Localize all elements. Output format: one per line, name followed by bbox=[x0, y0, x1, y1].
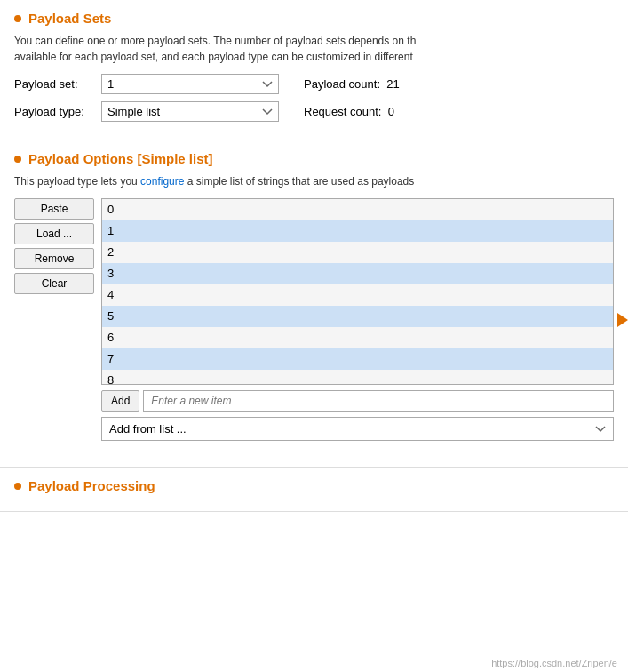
request-count-label: Request count: bbox=[304, 105, 381, 118]
payload-options-title: Payload Options [Simple list] bbox=[14, 151, 614, 166]
payload-processing-title: Payload Processing bbox=[14, 478, 614, 493]
payload-action-buttons: Paste Load ... Remove Clear bbox=[14, 198, 94, 441]
payload-options-area: Paste Load ... Remove Clear 0 1 2 3 4 5 … bbox=[14, 198, 614, 441]
list-item[interactable]: 8 bbox=[102, 370, 613, 385]
list-item[interactable]: 0 bbox=[102, 199, 613, 220]
add-from-list-container: Add from list ... bbox=[101, 417, 614, 441]
payload-options-title-text: Payload Options [Simple list] bbox=[28, 151, 213, 166]
watermark: https://blog.csdn.net/Zripen/e bbox=[484, 656, 624, 670]
add-item-input[interactable] bbox=[143, 390, 614, 412]
payload-count-label: Payload count: bbox=[304, 77, 380, 91]
add-button[interactable]: Add bbox=[101, 390, 139, 412]
payload-processing-title-text: Payload Processing bbox=[28, 478, 155, 493]
payload-sets-description: You can define one or more payload sets.… bbox=[14, 33, 614, 65]
list-item[interactable]: 6 bbox=[102, 327, 613, 348]
payload-type-row: Payload type: Simple list Runtime file C… bbox=[14, 101, 614, 122]
request-count-value: 0 bbox=[388, 105, 394, 118]
payload-sets-title: Payload Sets bbox=[14, 11, 614, 26]
scroll-arrow-icon bbox=[617, 313, 628, 327]
payload-set-label: Payload set: bbox=[14, 77, 94, 91]
desc-line2: available for each payload set, and each… bbox=[14, 51, 413, 63]
payload-list-area: 0 1 2 3 4 5 6 7 8 Add Add fro bbox=[101, 198, 614, 441]
payload-type-select[interactable]: Simple list Runtime file Custom iterator… bbox=[101, 101, 279, 122]
load-button[interactable]: Load ... bbox=[14, 223, 94, 244]
list-item[interactable]: 1 bbox=[102, 220, 613, 242]
desc-options-part3: a simple list of strings that are used a… bbox=[184, 175, 414, 188]
payload-count-value: 21 bbox=[386, 77, 399, 91]
list-item[interactable]: 2 bbox=[102, 242, 613, 263]
payload-options-description: This payload type lets you configure a s… bbox=[14, 173, 614, 189]
desc-options-part2: configure bbox=[140, 175, 184, 188]
list-item[interactable]: 3 bbox=[102, 263, 613, 284]
list-item[interactable]: 7 bbox=[102, 348, 613, 370]
payload-type-label: Payload type: bbox=[14, 105, 94, 118]
payload-set-select[interactable]: 1 2 3 bbox=[101, 74, 279, 94]
add-item-row: Add bbox=[101, 390, 614, 412]
clear-button[interactable]: Clear bbox=[14, 273, 94, 294]
desc-line1: You can define one or more payload sets.… bbox=[14, 35, 416, 47]
add-from-list-select[interactable]: Add from list ... bbox=[101, 417, 614, 441]
list-item[interactable]: 5 bbox=[102, 306, 613, 327]
payload-count-info: Payload count: 21 bbox=[304, 77, 400, 91]
payload-set-row: Payload set: 1 2 3 Payload count: 21 bbox=[14, 74, 614, 94]
list-item[interactable]: 4 bbox=[102, 284, 613, 306]
request-count-info: Request count: 0 bbox=[304, 105, 394, 118]
remove-button[interactable]: Remove bbox=[14, 248, 94, 269]
payload-sets-title-text: Payload Sets bbox=[28, 11, 111, 26]
payload-list[interactable]: 0 1 2 3 4 5 6 7 8 bbox=[101, 198, 614, 385]
desc-options-part1: This payload type lets you bbox=[14, 175, 140, 188]
paste-button[interactable]: Paste bbox=[14, 198, 94, 220]
